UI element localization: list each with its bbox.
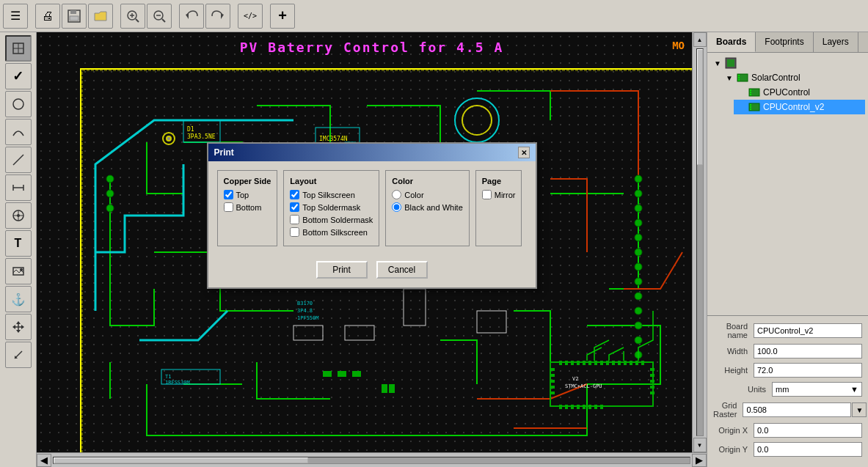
tool-arrow[interactable]	[5, 342, 32, 368]
right-panel: Boards Footprints Layers ▼ ▼	[707, 32, 868, 467]
dialog-overlay: Print ✕ Copper Side Top Bottom	[37, 32, 707, 467]
image-icon	[12, 265, 25, 278]
origin-y-row: Origin Y	[713, 442, 862, 457]
zoom-out-icon	[152, 9, 167, 23]
bottom-checkbox[interactable]	[224, 202, 233, 212]
svg-marker-31	[21, 325, 24, 329]
tool-circle[interactable]	[5, 91, 32, 117]
grid-raster-label: Grid Raster	[713, 401, 743, 419]
tab-boards[interactable]: Boards	[707, 32, 756, 52]
left-toolbar: ✓	[0, 32, 37, 467]
board-name-label: Board name	[713, 322, 754, 339]
bottom-silkscreen-row: Bottom Silkscreen	[290, 227, 373, 237]
tree-item-solar[interactable]: ▼ SolarControl	[722, 70, 865, 85]
height-input[interactable]	[754, 363, 862, 378]
arc-icon	[12, 125, 25, 139]
top-silkscreen-label: Top Silkscreen	[302, 191, 355, 199]
bw-radio[interactable]	[392, 202, 401, 212]
tree-panel: ▼ ▼ SolarControl	[707, 53, 868, 315]
svg-line-16	[13, 155, 23, 165]
origin-x-input[interactable]	[754, 423, 862, 438]
print-button[interactable]: 🖨	[35, 4, 60, 29]
top-soldermask-label: Top Soldermask	[302, 203, 360, 212]
cancel-button[interactable]: Cancel	[376, 261, 428, 279]
page-label: Page	[482, 177, 516, 185]
tool-check[interactable]: ✓	[5, 63, 32, 89]
dialog-footer: Print Cancel	[208, 255, 536, 287]
tool-measure[interactable]	[5, 174, 32, 201]
tool-image[interactable]	[5, 258, 32, 284]
undo-button[interactable]	[179, 4, 204, 29]
svg-point-123	[738, 75, 740, 76]
color-group: Color Color Black and White	[385, 170, 469, 246]
origin-y-input[interactable]	[754, 442, 862, 457]
color-radio[interactable]	[392, 190, 401, 199]
grid-raster-row: Grid Raster ▼	[713, 401, 862, 419]
zoom-in-button[interactable]	[120, 4, 145, 29]
bottom-silkscreen-checkbox[interactable]	[290, 227, 299, 237]
dialog-close-button[interactable]: ✕	[518, 147, 530, 158]
top-soldermask-checkbox[interactable]	[290, 202, 299, 212]
height-row: Height	[713, 363, 862, 378]
units-dropdown[interactable]: mm ▼	[772, 382, 862, 397]
width-input[interactable]	[754, 344, 862, 358]
tool-move[interactable]	[5, 314, 32, 340]
tool-select[interactable]	[5, 35, 32, 62]
pcb-canvas-area[interactable]: IMC3574N UC U1 D1 3PA3.5NE T1 1RFSS30M T…	[37, 32, 707, 467]
svg-point-15	[13, 99, 23, 109]
svg-line-6	[136, 19, 139, 22]
cpu-label: CPUControl	[763, 87, 810, 98]
svg-point-131	[750, 104, 751, 106]
tab-layers[interactable]: Layers	[814, 32, 858, 52]
svg-point-125	[738, 79, 740, 81]
code-button[interactable]: </>	[238, 4, 263, 29]
tool-line[interactable]	[5, 147, 32, 173]
tree-expand-root: ▼	[713, 59, 722, 67]
save-button[interactable]	[62, 4, 87, 29]
move-icon	[12, 320, 25, 334]
bottom-silkscreen-label: Bottom Silkscreen	[302, 228, 368, 237]
grid-raster-input[interactable]	[743, 402, 851, 417]
top-silkscreen-checkbox[interactable]	[290, 190, 299, 199]
dialog-content: Copper Side Top Bottom Layout	[208, 161, 536, 255]
target-icon	[12, 209, 25, 222]
tool-target[interactable]	[5, 202, 32, 229]
tree-root[interactable]: ▼	[710, 56, 865, 70]
board-name-input[interactable]	[754, 323, 862, 338]
tool-anchor[interactable]: ⚓	[5, 286, 32, 312]
arrow-icon	[12, 348, 25, 361]
tree-root-icon	[725, 57, 737, 69]
mirror-checkbox[interactable]	[482, 190, 492, 199]
bottom-soldermask-row: Bottom Soldermask	[290, 215, 373, 224]
redo-button[interactable]	[205, 4, 230, 29]
main-area: ✓	[0, 32, 868, 467]
tree-item-cpu-v2[interactable]: CPUControl_v2	[734, 100, 865, 114]
layout-label: Layout	[290, 177, 373, 185]
tool-text[interactable]: T	[5, 230, 32, 257]
width-label: Width	[713, 347, 754, 356]
bottom-label: Bottom	[236, 203, 262, 212]
top-soldermask-row: Top Soldermask	[290, 202, 373, 212]
properties-panel: Board name Width Height Units mm ▼ Grid …	[707, 315, 868, 467]
open-button[interactable]	[88, 4, 113, 29]
cpu-v2-board-icon	[748, 101, 760, 113]
top-checkbox[interactable]	[224, 190, 233, 199]
print-button[interactable]: Print	[316, 261, 368, 279]
open-icon	[93, 9, 108, 23]
menu-button[interactable]: ☰	[3, 4, 28, 29]
add-button[interactable]: +	[270, 4, 295, 29]
solar-label: SolarControl	[751, 73, 800, 83]
tree-item-cpu[interactable]: CPUControl	[734, 85, 865, 100]
tab-footprints[interactable]: Footprints	[756, 32, 813, 52]
layout-group: Layout Top Silkscreen Top Soldermask Bot…	[283, 170, 379, 246]
zoom-out-button[interactable]	[147, 4, 172, 29]
tool-arc[interactable]	[5, 119, 32, 145]
save-icon	[67, 9, 81, 23]
redo-icon	[211, 9, 225, 23]
bottom-soldermask-label: Bottom Soldermask	[302, 216, 373, 224]
svg-rect-121	[727, 59, 734, 67]
top-silkscreen-row: Top Silkscreen	[290, 190, 373, 199]
grid-raster-dropdown[interactable]: ▼	[852, 402, 867, 417]
units-row: Units mm ▼	[713, 382, 862, 397]
bottom-soldermask-checkbox[interactable]	[290, 215, 299, 224]
